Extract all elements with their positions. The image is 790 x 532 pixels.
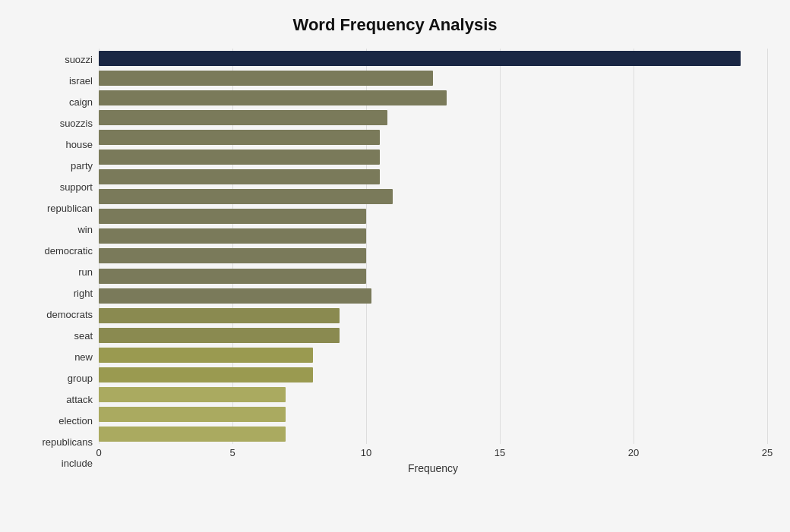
bar: [99, 387, 286, 402]
chart-area: suozziisraelcaignsuozzishousepartysuppor…: [23, 49, 767, 474]
y-label: support: [60, 176, 93, 197]
x-tick: 10: [361, 447, 371, 458]
bar-row: [99, 385, 767, 405]
bar-row: [99, 187, 767, 206]
bar-row: [99, 108, 767, 127]
y-label: republicans: [43, 432, 93, 453]
bar: [99, 427, 286, 442]
grid-line: [767, 49, 768, 444]
y-label: house: [66, 134, 93, 155]
bar-row: [99, 167, 767, 187]
bar: [99, 348, 313, 363]
bars-rows: [99, 49, 767, 444]
bar: [99, 150, 380, 165]
y-label: seat: [74, 326, 93, 347]
y-label: election: [58, 411, 93, 432]
bar: [99, 407, 286, 422]
y-label: suozzi: [65, 49, 93, 70]
bar: [99, 169, 380, 184]
y-label: win: [77, 219, 93, 240]
x-tick: 20: [628, 447, 639, 458]
x-axis: 0510152025 Frequency: [99, 444, 767, 474]
bar-row: [99, 226, 767, 246]
bar-row: [99, 246, 767, 266]
chart-title: Word Frequency Analysis: [23, 15, 767, 35]
bar: [99, 130, 380, 145]
bar: [99, 269, 366, 284]
y-label: caign: [69, 91, 93, 112]
y-label: include: [62, 453, 93, 474]
y-label: right: [74, 283, 93, 304]
bar: [99, 308, 340, 323]
bar: [99, 189, 393, 204]
bar-row: [99, 306, 767, 326]
chart-container: Word Frequency Analysis suozziisraelcaig…: [0, 0, 790, 532]
bars-panel: [99, 49, 767, 444]
bar: [99, 228, 366, 244]
bar-row: [99, 49, 767, 68]
y-label: party: [71, 155, 93, 176]
bar: [99, 110, 387, 125]
y-label: democratic: [44, 240, 93, 261]
bar-row: [99, 286, 767, 306]
x-tick: 0: [96, 447, 101, 458]
bar: [99, 328, 340, 343]
bar: [99, 90, 447, 105]
bar-row: [99, 68, 767, 88]
bar-row: [99, 365, 767, 385]
bar-row: [99, 88, 767, 108]
x-tick: 15: [495, 447, 505, 458]
bar-row: [99, 345, 767, 365]
y-label: new: [74, 347, 93, 368]
bar-row: [99, 326, 767, 345]
y-label: democrats: [46, 304, 93, 326]
bars-and-x: 0510152025 Frequency: [99, 49, 767, 474]
x-tick: 25: [762, 447, 773, 458]
bar-row: [99, 147, 767, 167]
x-axis-label: Frequency: [408, 462, 458, 474]
bar: [99, 248, 366, 263]
y-label: israel: [69, 70, 93, 91]
y-label: run: [78, 261, 93, 282]
bar-row: [99, 405, 767, 424]
bar-row: [99, 127, 767, 147]
y-label: republican: [47, 197, 93, 219]
bar: [99, 288, 371, 304]
bar-row: [99, 206, 767, 226]
bar-row: [99, 424, 767, 444]
bar: [99, 209, 366, 224]
x-tick: 5: [229, 447, 235, 458]
y-labels: suozziisraelcaignsuozzishousepartysuppor…: [23, 49, 99, 474]
y-label: suozzis: [60, 112, 93, 134]
bar-row: [99, 266, 767, 286]
y-label: group: [68, 368, 93, 389]
y-label: attack: [66, 389, 93, 411]
bar: [99, 367, 313, 382]
bar: [99, 51, 741, 66]
bar: [99, 71, 433, 86]
